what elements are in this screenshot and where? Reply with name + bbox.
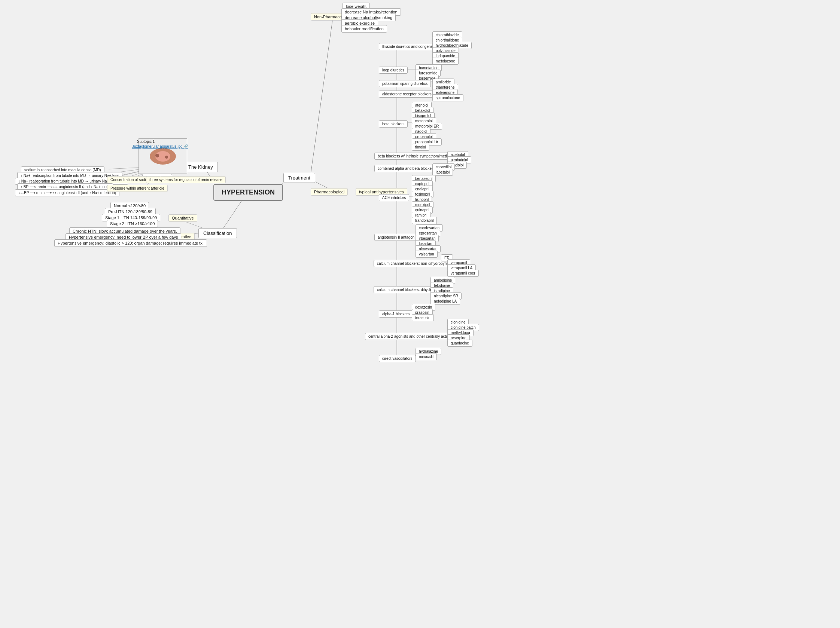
terazosin: terazosin <box>412 314 434 321</box>
labetalol: labetalol <box>433 169 453 176</box>
svg-point-39 <box>165 156 168 159</box>
behavior-modification: behavior modification <box>341 25 387 33</box>
three-systems: three systems for regulation of renin re… <box>146 176 226 183</box>
beta-blockers-cat: beta blockers <box>379 120 407 127</box>
kidney-bp-angiotensin-ret: ↓↓↓BP ⟶ renin ⟶↑↑↑ angiotensin II (and ↑… <box>15 189 119 196</box>
pressure-afferent: Pressure within afferent arteriole <box>107 185 168 192</box>
direct-vasodilators-cat: direct vasodilators <box>379 355 416 362</box>
quantitative-node: Quantitative <box>169 214 197 222</box>
svg-line-1 <box>221 198 243 232</box>
combined-alpha-beta-cat: combined alpha and beta blockers <box>374 165 438 172</box>
thiazide-cat: thiazide diuretics and congeners <box>379 43 439 50</box>
kidney-img-label: Juxtaglomerular apparatus.jpg 🔗 <box>129 143 191 150</box>
potassium-cat: potassium sparing diuretics <box>379 80 431 87</box>
verapamil-coer: verapamil coer <box>447 270 479 277</box>
minoxidil: minoxidil <box>415 353 437 360</box>
pharm-node: Pharmacological <box>311 188 348 196</box>
spironolactone: spironolactone <box>433 94 463 101</box>
valsartan: valsartan <box>415 250 437 258</box>
timolol: timolol <box>412 144 429 151</box>
aldosterone-cat: aldosterone receptor blockers <box>379 91 435 98</box>
guanfacine: guanfacine <box>447 340 472 347</box>
htn-emergency: Hypertensive emergency: diastolic > 120;… <box>54 239 207 247</box>
svg-point-38 <box>155 154 159 157</box>
classification-node[interactable]: Classification <box>198 228 237 238</box>
treatment-node[interactable]: Treatment <box>283 173 315 183</box>
center-node: HYPERTENSION <box>213 184 283 201</box>
ace-cat: ACE inhibitors <box>379 194 409 201</box>
trandolapril: trandolapril <box>412 217 437 224</box>
svg-line-3 <box>311 16 333 174</box>
alpha1-cat: alpha-1 blockers <box>379 310 413 318</box>
metolazone: metolazone <box>433 58 459 65</box>
kidney-node[interactable]: The Kidney <box>183 162 218 172</box>
stage2-htn: Stage 2 HTN >160/>100 <box>107 220 158 227</box>
loop-diuretics-cat: loop diuretics <box>379 66 407 74</box>
